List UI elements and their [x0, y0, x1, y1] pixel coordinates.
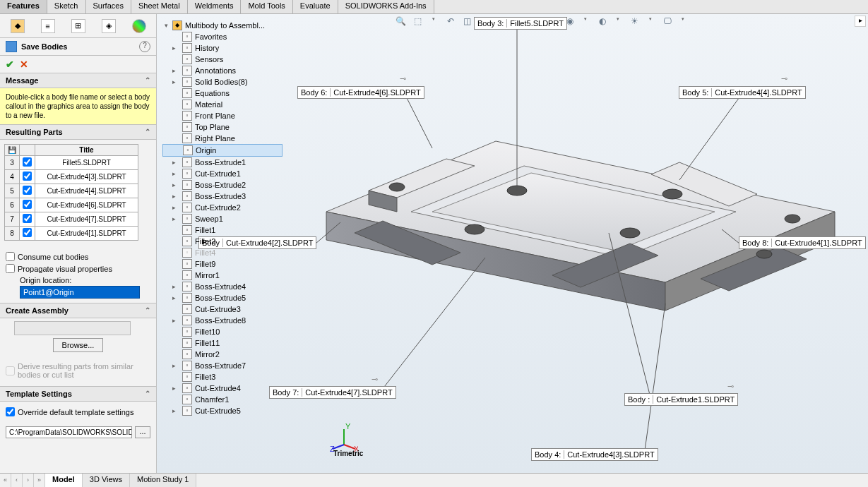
expand-icon[interactable]: ▸ — [172, 407, 179, 414]
btm-tab-model[interactable]: Model — [45, 474, 83, 487]
expand-icon[interactable]: ▸ — [172, 193, 179, 200]
pm-tab-feature-icon[interactable]: ◆ — [11, 19, 25, 33]
ftree-item[interactable]: ▸▫Cut-Extrude5 — [162, 405, 283, 416]
origin-location-input[interactable] — [20, 286, 140, 299]
ftree-item[interactable]: ▸▫Cut-Extrude1 — [162, 168, 283, 179]
create-assembly-header[interactable]: Create Assembly ⌃ — [0, 303, 156, 318]
dropdown-icon[interactable]: ▾ — [612, 16, 624, 28]
pm-tab-config-icon[interactable]: ⊞ — [71, 19, 85, 33]
zoom-fit-icon[interactable]: 🔍 — [395, 16, 408, 28]
override-template-checkbox[interactable] — [6, 407, 15, 416]
ftree-item[interactable]: ▫Fillet4 — [162, 247, 283, 258]
title-column[interactable]: Title — [35, 145, 138, 156]
tab-first-icon[interactable]: « — [0, 474, 11, 487]
callout-body4[interactable]: Body 4:Cut-Extrude4[3].SLDPRT — [531, 448, 658, 461]
btm-tab-motion[interactable]: Motion Study 1 — [130, 474, 196, 487]
ftree-item[interactable]: ▫Mirror1 — [162, 270, 283, 281]
table-row[interactable]: 6 Cut-Extrude4[6].SLDPRT — [5, 198, 138, 212]
row-checkbox[interactable] — [23, 200, 32, 209]
cancel-button[interactable]: ✕ — [20, 59, 28, 70]
browse-button[interactable]: Browse... — [53, 338, 104, 352]
ftree-item[interactable]: ▸▫Boss-Extrude7 — [162, 360, 283, 371]
expand-icon[interactable]: ▸ — [172, 294, 179, 301]
callout-body7[interactable]: Body 7:Cut-Extrude4[7].SLDPRT — [269, 386, 396, 399]
row-checkbox[interactable] — [23, 172, 32, 181]
tab-prev-icon[interactable]: ‹ — [11, 474, 23, 487]
ftree-item[interactable]: ▫Cut-Extrude3 — [162, 303, 283, 315]
expand-icon[interactable]: ▸ — [172, 67, 179, 74]
edit-appearance-icon[interactable]: ◐ — [596, 16, 609, 28]
dropdown-icon[interactable]: ▾ — [644, 16, 657, 28]
template-browse-button[interactable]: ... — [135, 426, 150, 438]
tab-sketch[interactable]: Sketch — [47, 0, 86, 13]
save-col-icon[interactable]: 💾 — [5, 145, 20, 156]
callout-body8[interactable]: Body 8:Cut-Extrude4[1].SLDPRT — [739, 236, 866, 249]
expand-icon[interactable]: ▸ — [172, 204, 179, 211]
expand-icon[interactable]: ▸ — [172, 215, 179, 222]
ftree-item[interactable]: ▫Fillet11 — [162, 337, 283, 349]
ftree-item[interactable]: ▸▫Annotations — [162, 65, 283, 76]
callout-body-c[interactable]: Body :Cut-Extrude1.SLDPRT — [624, 393, 738, 406]
template-path-input[interactable]: C:\ProgramData\SOLIDWORKS\SOLID — [6, 426, 132, 438]
callout-body6[interactable]: Body 6:Cut-Extrude4[6].SLDPRT — [297, 86, 424, 99]
pin-icon[interactable]: ⊸ — [727, 382, 736, 390]
row-checkbox[interactable] — [23, 186, 32, 195]
pm-tab-list-icon[interactable]: ≡ — [41, 19, 55, 33]
ftree-item[interactable]: ▫Right Plane — [162, 133, 283, 144]
pin-icon[interactable]: ⊸ — [400, 74, 408, 83]
propagate-checkbox[interactable] — [6, 264, 15, 273]
ftree-item[interactable]: ▸▫Sweep1 — [162, 213, 283, 224]
ftree-item[interactable]: ▫Chamfer1 — [162, 394, 283, 405]
tab-last-icon[interactable]: » — [34, 474, 45, 487]
row-checkbox[interactable] — [23, 214, 32, 223]
tab-next-icon[interactable]: › — [23, 474, 34, 487]
pin-icon[interactable]: ⊸ — [371, 375, 380, 383]
help-icon[interactable]: ? — [139, 41, 150, 52]
tab-sheetmetal[interactable]: Sheet Metal — [131, 0, 188, 13]
ftree-item[interactable]: ▫Front Plane — [162, 110, 283, 121]
tab-surfaces[interactable]: Surfaces — [86, 0, 131, 13]
ftree-item[interactable]: ▸▫Cut-Extrude4 — [162, 383, 283, 394]
table-row[interactable]: 3 Fillet5.SLDPRT — [5, 156, 138, 170]
dropdown-icon[interactable]: ▾ — [427, 16, 440, 28]
row-title[interactable]: Cut-Extrude4[4].SLDPRT — [35, 184, 138, 198]
consume-cut-checkbox[interactable] — [6, 252, 15, 261]
ftree-item[interactable]: ▸▫Solid Bodies(8) — [162, 76, 283, 88]
tab-weldments[interactable]: Weldments — [188, 0, 242, 13]
tab-evaluate[interactable]: Evaluate — [293, 0, 338, 13]
ok-button[interactable]: ✔ — [6, 59, 14, 70]
previous-view-icon[interactable]: ↶ — [444, 16, 457, 28]
pm-tab-display-icon[interactable]: ◈ — [102, 19, 116, 33]
ftree-item[interactable]: ▫Fillet10 — [162, 326, 283, 337]
ftree-item[interactable]: ▫Origin — [162, 144, 283, 157]
ftree-item[interactable]: ▸▫Boss-Extrude2 — [162, 179, 283, 191]
ftree-item[interactable]: ▸▫Cut-Extrude2 — [162, 202, 283, 213]
tab-moldtools[interactable]: Mold Tools — [241, 0, 292, 13]
ftree-item[interactable]: ▸▫Boss-Extrude8 — [162, 315, 283, 326]
ftree-item[interactable]: ▫Favorites — [162, 31, 283, 42]
tab-features[interactable]: Features — [0, 0, 47, 13]
expand-icon[interactable]: ▸ — [172, 385, 179, 392]
dropdown-icon[interactable]: ▾ — [677, 16, 689, 28]
expand-icon[interactable]: ▸ — [172, 44, 179, 52]
ftree-item[interactable]: ▫Material — [162, 99, 283, 110]
callout-body3[interactable]: Body 3:Fillet5.SLDPRT — [474, 17, 567, 30]
dropdown-icon[interactable]: ▾ — [579, 16, 592, 28]
ftree-item[interactable]: ▫Fillet3 — [162, 371, 283, 383]
section-view-icon[interactable]: ◫ — [461, 16, 474, 28]
ftree-item[interactable]: ▫Fillet2 — [162, 236, 283, 247]
ftree-item[interactable]: ▫Top Plane — [162, 121, 283, 133]
row-title[interactable]: Cut-Extrude4[7].SLDPRT — [35, 212, 138, 227]
expand-icon[interactable]: ▸ — [172, 181, 179, 188]
collapse-icon[interactable]: ▾ — [162, 22, 170, 29]
ftree-item[interactable]: ▸▫Boss-Extrude4 — [162, 281, 283, 292]
ftree-item[interactable]: ▸▫Boss-Extrude5 — [162, 292, 283, 303]
ftree-item[interactable]: ▫Equations — [162, 88, 283, 99]
table-row[interactable]: 5 Cut-Extrude4[4].SLDPRT — [5, 184, 138, 198]
pm-close-icon[interactable]: ▸ — [855, 16, 866, 27]
zoom-area-icon[interactable]: ⬚ — [412, 16, 424, 28]
expand-icon[interactable]: ▸ — [172, 283, 179, 290]
row-title[interactable]: Cut-Extrude4[6].SLDPRT — [35, 198, 138, 212]
expand-icon[interactable]: ▸ — [172, 317, 179, 324]
ftree-item[interactable]: ▫Sensors — [162, 54, 283, 65]
